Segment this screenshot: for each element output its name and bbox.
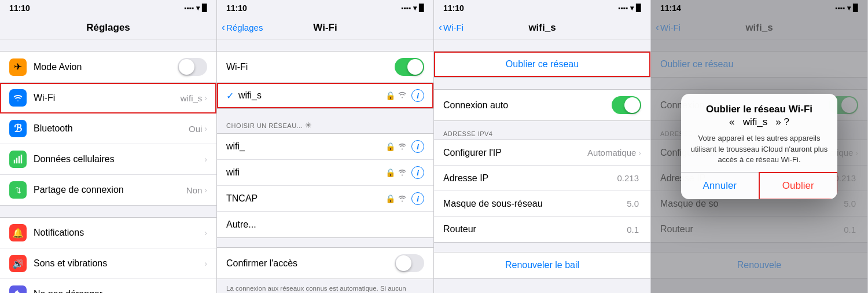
dialog-overlay: Oublier le réseau Wi-Fi« wifi_s » ? Votr…: [651, 0, 867, 293]
adresse-ip-value: 0.213: [617, 173, 639, 183]
loading-spinner: ✳: [305, 120, 312, 130]
section-choose-network: CHOISIR UN RÉSEAU... ✳ wifi_ 🔒 i wifi: [217, 120, 433, 238]
status-time-2: 11:10: [226, 3, 247, 13]
row-masque[interactable]: Masque de sous-réseau 5.0: [434, 191, 650, 217]
signal-icon-3: ▪▪▪▪: [618, 4, 628, 12]
row-hotspot[interactable]: ⇅ Partage de connexion Non ›: [0, 175, 216, 205]
notifications-label: Notifications: [34, 228, 204, 238]
system-list: 🔔 Notifications › 🔊 Sons et vibrations ›: [0, 217, 216, 293]
ipv4-list: Configurer l'IP Automatique › Adresse IP…: [434, 140, 650, 243]
row-wifi-plain[interactable]: wifi 🔒 i: [217, 160, 433, 186]
bluetooth-value: Oui: [189, 124, 202, 134]
status-bar-3: 11:10 ▪▪▪▪ ▾ ▉: [434, 0, 650, 16]
wifi-main-toggle[interactable]: [395, 58, 424, 76]
adresse-ip-label: Adresse IP: [443, 173, 617, 184]
nav-bar-1: Réglages: [0, 16, 216, 39]
connexion-auto-toggle[interactable]: [612, 96, 641, 114]
back-to-wifi-3[interactable]: ‹ Wi-Fi: [439, 21, 464, 34]
status-icons-2: ▪▪▪▪ ▾ ▉: [401, 4, 424, 12]
back-to-reglages[interactable]: ‹ Réglages: [222, 21, 263, 34]
dialog-title: Oublier le réseau Wi-Fi« wifi_s » ?: [690, 103, 828, 129]
back-chevron-2: ‹: [222, 21, 225, 34]
row-wifi-underscore[interactable]: wifi_ 🔒 i: [217, 134, 433, 160]
row-tncap[interactable]: TNCAP 🔒 i: [217, 186, 433, 212]
row-donotdisturb[interactable]: Ne pas déranger ›: [0, 279, 216, 293]
adresse-ipv4-header: ADRESSE IPV4: [434, 121, 650, 140]
wifi-underscore-info[interactable]: i: [411, 140, 424, 153]
hotspot-icon: ⇅: [9, 181, 27, 199]
row-routeur[interactable]: Routeur 0.1: [434, 217, 650, 242]
row-adresse-ip[interactable]: Adresse IP 0.213: [434, 166, 650, 191]
lock-icon-1: 🔒: [385, 142, 395, 151]
renouveler-bail-row[interactable]: Renouveler le bail: [434, 252, 650, 279]
confirm-access-toggle[interactable]: [395, 254, 424, 272]
row-wifi-toggle[interactable]: Wi-Fi: [217, 52, 433, 83]
donotdisturb-label: Ne pas déranger: [34, 289, 204, 293]
wifi-value: wifi_s: [181, 93, 203, 103]
confirm-access-label: Confirmer l'accès: [226, 258, 395, 269]
row-connexion-auto[interactable]: Connexion auto: [434, 90, 650, 120]
tncap-label: TNCAP: [226, 193, 385, 204]
donotdisturb-icon: [9, 285, 27, 293]
lock-icon: 🔒: [385, 91, 395, 100]
routeur-value: 0.1: [627, 225, 639, 235]
nav-bar-3: ‹ Wi-Fi wifi_s: [434, 16, 650, 39]
status-icons-3: ▪▪▪▪ ▾ ▉: [618, 4, 641, 12]
notifications-chevron: ›: [204, 228, 207, 237]
connectivity-list: ✈ Mode Avion Wi-Fi: [0, 51, 216, 206]
notifications-icon: 🔔: [9, 224, 27, 241]
row-bluetooth[interactable]: ℬ Bluetooth Oui ›: [0, 113, 216, 144]
config-ip-chevron: ›: [638, 148, 641, 158]
routeur-label: Routeur: [443, 224, 627, 235]
confirm-access-row[interactable]: Confirmer l'accès: [217, 247, 433, 279]
back-chevron-3: ‹: [439, 21, 442, 34]
dialog-box: Oublier le réseau Wi-Fi« wifi_s » ? Votr…: [681, 94, 837, 199]
autre-label: Autre...: [226, 219, 424, 230]
network-info-button[interactable]: i: [411, 89, 424, 102]
content-1: ✈ Mode Avion Wi-Fi: [0, 39, 216, 293]
wifi-plain-info[interactable]: i: [411, 166, 424, 179]
config-ip-label: Configurer l'IP: [443, 148, 587, 158]
wifi-toggle-list: Wi-Fi ✓ wifi_s 🔒: [217, 51, 433, 109]
wifi-strength-icon: [398, 91, 407, 100]
battery-icon-2: ▉: [419, 4, 424, 12]
dialog-cancel-button[interactable]: Annuler: [681, 173, 759, 199]
row-config-ip[interactable]: Configurer l'IP Automatique ›: [434, 140, 650, 166]
wifi-plain-icons: 🔒: [385, 168, 407, 177]
status-bar-2: 11:10 ▪▪▪▪ ▾ ▉: [217, 0, 433, 16]
panel-reglages: 11:10 ▪▪▪▪ ▾ ▉ Réglages ✈ Mode Avion: [0, 0, 217, 293]
row-oublier-reseau[interactable]: Oublier ce réseau: [434, 52, 650, 77]
tncap-info[interactable]: i: [411, 192, 424, 205]
network-security-icons: 🔒: [385, 91, 407, 100]
wifi-footer-text: La connexion aux réseaux connus est auto…: [217, 279, 433, 293]
wifi-row-icon: [9, 89, 27, 107]
status-time-3: 11:10: [443, 3, 464, 13]
bluetooth-label: Bluetooth: [34, 123, 189, 134]
dialog-confirm-button[interactable]: Oublier: [759, 172, 838, 199]
section-oublier: Oublier ce réseau: [434, 51, 650, 78]
panel-wifi-detail-dialog: 11:14 ▪▪▪▪ ▾ ▉ ‹ Wi-Fi wifi_s Oublier ce…: [651, 0, 868, 293]
row-sounds[interactable]: 🔊 Sons et vibrations ›: [0, 248, 216, 279]
status-icons-1: ▪▪▪▪ ▾ ▉: [184, 4, 207, 12]
section-connexion-auto: Connexion auto: [434, 89, 650, 121]
status-time-1: 11:10: [9, 3, 30, 13]
airplane-icon: ✈: [9, 58, 27, 76]
cellular-chevron: ›: [204, 155, 207, 164]
row-notifications[interactable]: 🔔 Notifications ›: [0, 218, 216, 248]
sounds-icon: 🔊: [9, 255, 27, 272]
row-wifi[interactable]: Wi-Fi wifi_s ›: [0, 83, 216, 113]
row-autre[interactable]: Autre...: [217, 212, 433, 237]
row-mode-avion[interactable]: ✈ Mode Avion: [0, 52, 216, 83]
mode-avion-toggle[interactable]: [178, 58, 207, 76]
hotspot-chevron: ›: [204, 185, 207, 195]
hotspot-value: Non: [186, 185, 203, 195]
wifi-chevron: ›: [204, 93, 207, 102]
nav-title-3: wifi_s: [528, 22, 556, 34]
row-cellular[interactable]: Données cellulaires ›: [0, 144, 216, 175]
row-connected-network[interactable]: ✓ wifi_s 🔒 i: [217, 83, 433, 108]
svg-rect-2: [19, 156, 20, 163]
sounds-chevron: ›: [204, 259, 207, 268]
connexion-auto-label: Connexion auto: [443, 100, 612, 111]
dialog-message: Votre appareil et les autres appareils u…: [690, 133, 828, 165]
section-wifi-toggle: Wi-Fi ✓ wifi_s 🔒: [217, 51, 433, 109]
